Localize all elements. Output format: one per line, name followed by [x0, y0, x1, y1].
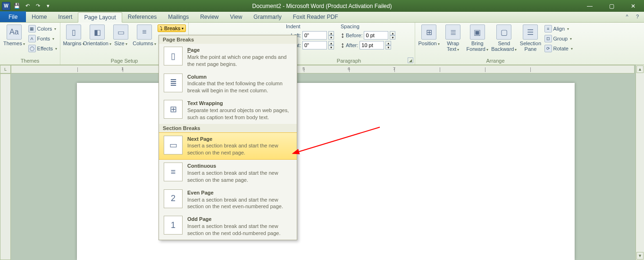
window-title: Document2 - Microsoft Word (Product Acti…	[252, 3, 392, 9]
spinner-down[interactable]: ▼	[328, 35, 334, 40]
help-icon[interactable]: ?	[634, 13, 641, 20]
breaks-icon: ⤵	[160, 25, 163, 31]
theme-effects-button[interactable]: ◯Effects	[28, 44, 57, 53]
even-page-break-icon: 2	[164, 189, 183, 208]
send-backward-icon: ▢	[496, 24, 511, 40]
tab-page-layout[interactable]: Page Layout	[78, 12, 122, 23]
spacing-before-icon: ↕	[341, 31, 344, 40]
vertical-ruler[interactable]	[0, 73, 11, 260]
tab-foxit[interactable]: Foxit Reader PDF	[287, 12, 344, 22]
orientation-button[interactable]: ◧Orientation	[87, 24, 108, 47]
tab-grammarly[interactable]: Grammarly	[248, 12, 287, 22]
position-icon: ⊞	[421, 24, 436, 40]
wrap-text-icon: ≣	[445, 24, 460, 40]
indent-right-input[interactable]	[302, 41, 327, 49]
spacing-before-label: Before:	[346, 32, 362, 38]
spinner-up[interactable]: ▲	[390, 31, 395, 35]
spinner-up[interactable]: ▲	[328, 41, 334, 45]
break-page[interactable]: ▯ PageMark the point at which one page e…	[159, 44, 297, 71]
align-icon: ≡	[544, 25, 552, 32]
theme-colors-button[interactable]: ▦Colors	[28, 24, 57, 33]
tab-references[interactable]: References	[122, 12, 162, 22]
tab-review[interactable]: Review	[194, 12, 224, 22]
group-themes: Aa Themes ▦Colors AFonts ◯Effects Themes	[0, 23, 60, 65]
text-wrap-break-icon: ⊞	[164, 100, 183, 119]
breaks-button[interactable]: ⤵Breaks▾	[158, 24, 186, 32]
minimize-button[interactable]: —	[579, 0, 601, 12]
group-label: Themes	[3, 58, 57, 65]
redo-icon[interactable]: ↷	[34, 2, 42, 10]
break-odd-page[interactable]: 1 Odd PageInsert a section break and sta…	[159, 213, 297, 240]
spacing-before-input[interactable]	[364, 31, 388, 40]
group-button[interactable]: ⊡Group	[544, 34, 573, 43]
group-label: Paragraph	[286, 58, 412, 65]
bring-forward-button[interactable]: ▣Bring Forward	[466, 24, 488, 53]
fonts-icon: A	[28, 35, 36, 42]
rotate-button[interactable]: ⟳Rotate	[544, 44, 573, 53]
size-button[interactable]: ▭Size	[110, 24, 131, 47]
column-break-icon: ≣	[164, 73, 183, 92]
indent-title: Indent	[286, 24, 334, 29]
break-text-wrapping[interactable]: ⊞ Text WrappingSeparate text around obje…	[159, 97, 297, 124]
effects-icon: ◯	[28, 45, 36, 52]
ribbon-tabs: File Home Insert Page Layout References …	[0, 12, 644, 23]
group-label: Arrange	[418, 58, 573, 65]
position-button[interactable]: ⊞Position	[418, 24, 440, 47]
break-column[interactable]: ≣ ColumnIndicate that the text following…	[159, 71, 297, 98]
save-icon[interactable]: 💾	[13, 2, 21, 10]
tab-view[interactable]: View	[225, 12, 248, 22]
break-even-page[interactable]: 2 Even PageInsert a section break and st…	[159, 187, 297, 213]
columns-button[interactable]: ≡Columns	[134, 24, 155, 47]
margins-icon: ▯	[66, 24, 81, 40]
scroll-down-icon[interactable]: ▼	[636, 252, 644, 260]
word-app-icon[interactable]: W	[2, 2, 10, 10]
tab-mailings[interactable]: Mailings	[162, 12, 194, 22]
paragraph-launcher[interactable]: ◢	[408, 57, 413, 63]
group-paragraph: Indent Left: ▲▼ Right: ▲▼ Spacing ↕ Befo…	[283, 23, 415, 65]
break-next-page[interactable]: ▭ Next PageInsert a section break and st…	[159, 132, 297, 160]
maximize-button[interactable]: ▢	[601, 0, 622, 12]
rotate-icon: ⟳	[544, 45, 552, 52]
tab-insert[interactable]: Insert	[52, 12, 78, 22]
spinner-down[interactable]: ▼	[390, 35, 395, 40]
breaks-dropdown: Page Breaks ▯ PageMark the point at whic…	[159, 35, 297, 240]
wrap-text-button[interactable]: ≣Wrap Text	[443, 24, 463, 53]
themes-button[interactable]: Aa Themes	[3, 24, 25, 47]
dropdown-section-page-breaks: Page Breaks	[159, 35, 297, 44]
selection-pane-icon: ☰	[523, 24, 538, 40]
spacing-after-label: After:	[346, 42, 358, 48]
document-page[interactable]	[77, 83, 575, 260]
theme-fonts-button[interactable]: AFonts	[28, 34, 57, 43]
close-button[interactable]: ✕	[622, 0, 644, 12]
vertical-scrollbar[interactable]: ▲ ▼	[636, 65, 644, 260]
spinner-down[interactable]: ▼	[328, 45, 334, 49]
minimize-ribbon-icon[interactable]: ^	[623, 13, 631, 20]
ribbon: Aa Themes ▦Colors AFonts ◯Effects Themes…	[0, 23, 644, 65]
spinner-up[interactable]: ▲	[328, 31, 334, 35]
odd-page-break-icon: 1	[164, 216, 183, 235]
page-break-icon: ▯	[164, 47, 183, 65]
columns-icon: ≡	[137, 24, 152, 40]
break-continuous[interactable]: ≡ ContinuousInsert a section break and s…	[159, 160, 297, 187]
spacing-after-input[interactable]	[360, 41, 384, 49]
undo-icon[interactable]: ↶	[24, 2, 31, 10]
margins-button[interactable]: ▯Margins	[63, 24, 84, 47]
group-icon: ⊡	[544, 35, 552, 42]
bring-forward-icon: ▣	[470, 24, 485, 40]
tab-home[interactable]: Home	[26, 12, 52, 22]
file-tab[interactable]: File	[0, 11, 26, 22]
spinner-up[interactable]: ▲	[385, 41, 391, 45]
spacing-after-icon: ↕	[341, 41, 344, 49]
horizontal-ruler[interactable]: 1 2 3 4 5 6 7	[11, 65, 635, 73]
indent-left-input[interactable]	[302, 31, 327, 40]
qat-dropdown-icon[interactable]: ▾	[44, 2, 52, 10]
spacing-title: Spacing	[341, 24, 395, 29]
ruler-corner[interactable]: L	[0, 65, 11, 73]
scroll-up-icon[interactable]: ▲	[636, 65, 644, 73]
align-button[interactable]: ≡Align	[544, 24, 573, 33]
selection-pane-button[interactable]: ☰Selection Pane	[519, 24, 541, 53]
spinner-down[interactable]: ▼	[385, 45, 391, 49]
group-arrange: ⊞Position ≣Wrap Text ▣Bring Forward ▢Sen…	[415, 23, 576, 65]
send-backward-button[interactable]: ▢Send Backward	[491, 24, 517, 53]
size-icon: ▭	[113, 24, 128, 40]
